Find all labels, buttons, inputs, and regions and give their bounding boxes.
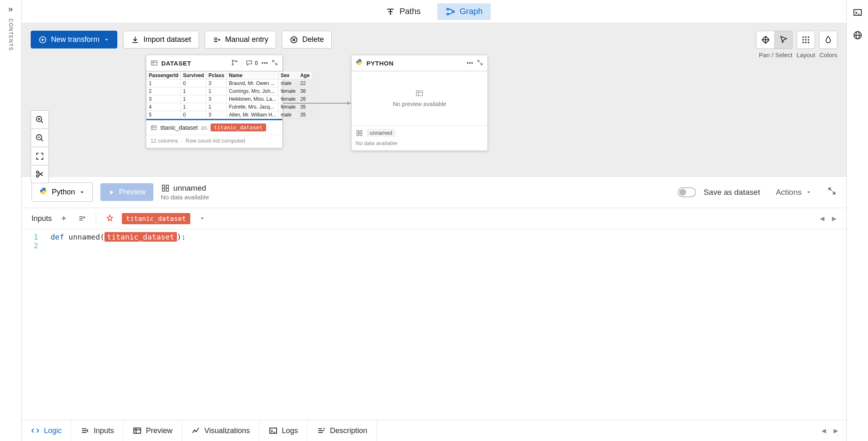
caret-down-icon bbox=[104, 37, 109, 43]
svg-point-19 bbox=[803, 39, 804, 41]
plus-circle-icon bbox=[39, 36, 47, 44]
save-as-dataset-label: Save as dataset bbox=[703, 188, 760, 197]
colors-tool-button[interactable] bbox=[819, 31, 837, 49]
table-cell: 4 bbox=[147, 103, 181, 111]
code-editor[interactable]: 1 def unnamed(titanic_dataset): 2 bbox=[22, 229, 846, 420]
paths-tab[interactable]: Paths bbox=[377, 3, 429, 20]
expand-editor-button[interactable] bbox=[827, 187, 836, 198]
table-row: 503Allen, Mr. William H...male35 bbox=[147, 111, 312, 119]
comment-count: 0 bbox=[255, 60, 258, 66]
svg-point-32 bbox=[36, 171, 39, 174]
svg-point-22 bbox=[803, 42, 804, 44]
left-rail: » CONTENTS bbox=[0, 0, 22, 441]
expand-node-icon[interactable] bbox=[477, 59, 483, 67]
transform-name: unnamed bbox=[173, 184, 206, 193]
inputs-next[interactable]: ▶ bbox=[832, 215, 836, 222]
table-row: 211Cumings, Mrs. Joh...female38 bbox=[147, 87, 312, 95]
move-icon bbox=[761, 35, 770, 44]
table-cell: 1 bbox=[206, 103, 227, 111]
globe-icon[interactable] bbox=[853, 30, 863, 41]
code-function-name: unnamed bbox=[68, 233, 100, 241]
actions-dropdown[interactable]: Actions bbox=[776, 188, 812, 197]
graph-tab[interactable]: Graph bbox=[437, 3, 491, 20]
graph-icon bbox=[446, 7, 456, 17]
pan-select-label: Pan / Select bbox=[759, 51, 793, 58]
svg-point-4 bbox=[447, 8, 449, 10]
code-line-1: 1 def unnamed(titanic_dataset): bbox=[22, 233, 846, 241]
tabs-prev[interactable]: ◀ bbox=[822, 427, 826, 434]
cursor-icon bbox=[779, 35, 788, 44]
svg-point-18 bbox=[808, 36, 810, 38]
table-cell: 1 bbox=[206, 87, 227, 95]
editor-bottom-tabs: Logic Inputs Preview Visualizations Logs bbox=[22, 420, 846, 441]
bottom-tabs-nav: ◀ ▶ bbox=[813, 427, 846, 434]
dataset-node[interactable]: DATASET 0 ••• PassengerIdSurvivedP bbox=[146, 55, 283, 148]
table-cell: male bbox=[279, 80, 298, 87]
table-icon bbox=[133, 426, 142, 435]
comment-icon[interactable]: 0 bbox=[245, 59, 258, 67]
new-transform-button[interactable]: New transform bbox=[31, 31, 117, 48]
table-cell: Futrelle, Mrs. Jacq... bbox=[227, 103, 279, 111]
fit-screen-button[interactable] bbox=[31, 147, 49, 165]
visualizations-tab[interactable]: Visualizations bbox=[182, 420, 259, 441]
python-node[interactable]: PYTHON ••• No preview available unnamed … bbox=[351, 55, 488, 151]
save-as-dataset-toggle[interactable] bbox=[678, 187, 696, 197]
graph-canvas[interactable]: New transform Import dataset Manual entr… bbox=[22, 23, 846, 177]
main-area: Paths Graph New transform Import dataset bbox=[22, 0, 846, 441]
layout-tool-button[interactable] bbox=[797, 31, 815, 49]
table-cell: 1 bbox=[181, 95, 206, 103]
tabs-next[interactable]: ▶ bbox=[834, 427, 838, 434]
terminal-icon bbox=[269, 426, 278, 435]
preview-tab-label: Preview bbox=[146, 426, 172, 435]
table-cell: 3 bbox=[206, 111, 227, 119]
add-input-list-button[interactable] bbox=[76, 212, 88, 225]
more-icon[interactable]: ••• bbox=[262, 60, 268, 66]
pan-tool-button[interactable] bbox=[756, 31, 774, 49]
zoom-out-button[interactable] bbox=[31, 128, 49, 147]
expand-node-icon[interactable] bbox=[272, 59, 278, 67]
manual-entry-button[interactable]: Manual entry bbox=[205, 31, 276, 48]
table-cell: 26 bbox=[298, 95, 312, 103]
editor-header: Python Preview unnamed No data available bbox=[22, 177, 846, 208]
download-icon bbox=[131, 36, 139, 44]
line-number: 2 bbox=[22, 241, 51, 250]
table-cell: 35 bbox=[298, 103, 312, 111]
play-icon bbox=[108, 189, 115, 196]
crop-button[interactable] bbox=[31, 165, 49, 183]
svg-rect-40 bbox=[151, 126, 156, 129]
terminal-icon[interactable] bbox=[853, 7, 863, 19]
actions-label: Actions bbox=[776, 188, 802, 197]
inputs-prev[interactable]: ◀ bbox=[820, 215, 824, 222]
language-select[interactable]: Python bbox=[32, 182, 93, 202]
import-dataset-button[interactable]: Import dataset bbox=[123, 31, 199, 48]
table-header: Survived bbox=[181, 72, 206, 80]
inputs-tab[interactable]: Inputs bbox=[71, 420, 124, 441]
more-icon[interactable]: ••• bbox=[467, 60, 473, 66]
expand-sidebar-icon[interactable]: » bbox=[8, 4, 13, 14]
input-tag[interactable]: titanic_dataset bbox=[122, 213, 190, 224]
description-tab[interactable]: Description bbox=[308, 420, 377, 441]
python-output-tag: unnamed bbox=[366, 129, 395, 137]
svg-rect-69 bbox=[854, 10, 861, 15]
table-cell: 0 bbox=[181, 111, 206, 119]
contents-label[interactable]: CONTENTS bbox=[8, 19, 14, 51]
manual-entry-icon bbox=[213, 36, 221, 44]
layout-icon bbox=[801, 35, 810, 44]
input-caret-down[interactable] bbox=[196, 212, 209, 225]
graph-toolbar: New transform Import dataset Manual entr… bbox=[31, 31, 837, 58]
branch-icon[interactable] bbox=[231, 59, 238, 68]
add-input-button[interactable]: + bbox=[58, 212, 70, 225]
delete-label: Delete bbox=[302, 35, 324, 44]
logic-tab[interactable]: Logic bbox=[22, 420, 71, 441]
table-cell: female bbox=[279, 95, 298, 103]
delete-button[interactable]: Delete bbox=[282, 31, 332, 48]
table-header: Sex bbox=[279, 72, 298, 80]
input-marker-icon[interactable] bbox=[104, 212, 116, 225]
preview-button[interactable]: Preview bbox=[100, 183, 153, 201]
preview-tab[interactable]: Preview bbox=[124, 420, 182, 441]
table-cell: 38 bbox=[298, 87, 312, 95]
logs-tab[interactable]: Logs bbox=[259, 420, 308, 441]
select-tool-button[interactable] bbox=[774, 31, 793, 49]
zoom-in-button[interactable] bbox=[31, 110, 49, 128]
visualizations-tab-label: Visualizations bbox=[204, 426, 250, 435]
